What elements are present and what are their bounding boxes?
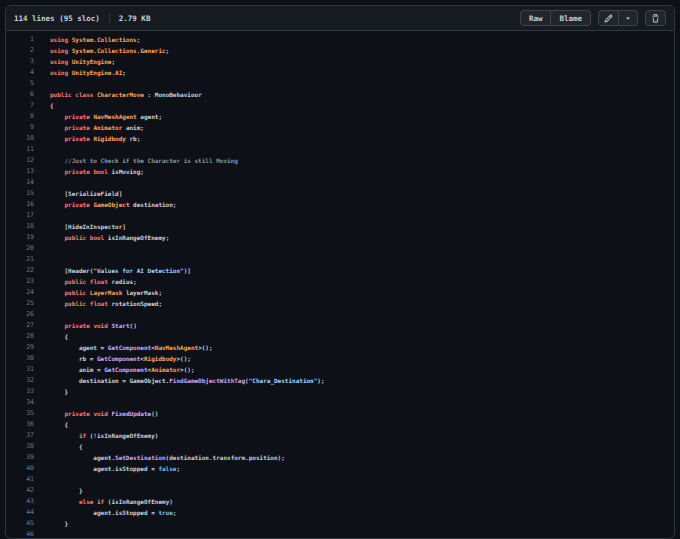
line-number[interactable]: 13 (6, 166, 34, 177)
code-line: 7{ (6, 100, 674, 111)
line-code: { (50, 331, 68, 342)
line-code: private NavMeshAgent agent; (50, 111, 162, 122)
line-code: anim = GetComponent<Animator>(); (50, 364, 195, 375)
line-number[interactable]: 28 (6, 331, 34, 342)
line-number[interactable]: 35 (6, 408, 34, 419)
line-code: destination = GameObject.FindGameObjectW… (50, 375, 325, 386)
line-code: using System.Collections; (50, 34, 140, 45)
line-code: using System.Collections.Generic; (50, 45, 169, 56)
code-line: 26 (6, 309, 674, 320)
line-number[interactable]: 34 (6, 397, 34, 408)
line-code: } (50, 386, 68, 397)
code-line: 39 agent.SetDestination(destination.tran… (6, 452, 674, 463)
line-number[interactable]: 10 (6, 133, 34, 144)
line-number[interactable]: 9 (6, 122, 34, 133)
line-number[interactable]: 25 (6, 298, 34, 309)
code-line: 10 private Rigidbody rb; (6, 133, 674, 144)
line-code: public float rotationSpeed; (50, 298, 162, 309)
line-code: rb = GetComponent<Rigidbody>(); (50, 353, 191, 364)
code-line: 3using UnityEngine; (6, 56, 674, 67)
line-code: { (50, 441, 83, 452)
line-code: agent.SetDestination(destination.transfo… (50, 452, 285, 463)
blame-button[interactable]: Blame (551, 10, 591, 26)
line-number[interactable]: 39 (6, 452, 34, 463)
code-line: 35 private void FixedUpdate() (6, 408, 674, 419)
line-code: agent.isStopped = false; (50, 463, 180, 474)
line-number[interactable]: 37 (6, 430, 34, 441)
line-code: public bool isInRangeOfEnemy; (50, 232, 169, 243)
line-code: private bool isMoving; (50, 166, 144, 177)
code-line: 24 public LayerMask layerMask; (6, 287, 674, 298)
code-line: 11 (6, 144, 674, 155)
edit-button[interactable] (598, 10, 619, 26)
line-number[interactable]: 30 (6, 353, 34, 364)
line-code: private void Start() (50, 320, 137, 331)
code-line: 25 public float rotationSpeed; (6, 298, 674, 309)
code-line: 38 { (6, 441, 674, 452)
line-number[interactable]: 16 (6, 199, 34, 210)
code-line: 41 (6, 474, 674, 485)
code-line: 4using UnityEngine.AI; (6, 67, 674, 78)
code-line: 1using System.Collections; (6, 34, 674, 45)
line-number[interactable]: 15 (6, 188, 34, 199)
code-line: 12 //Just to Check if the Character is s… (6, 155, 674, 166)
line-number[interactable]: 7 (6, 100, 34, 111)
code-line: 42 } (6, 485, 674, 496)
file-header: 114 lines (95 sloc) 2.79 KB Raw Blame (6, 6, 674, 31)
line-number[interactable]: 33 (6, 386, 34, 397)
line-number[interactable]: 11 (6, 144, 34, 155)
line-number[interactable]: 2 (6, 45, 34, 56)
line-code: if (!isInRangeOfEnemy) (50, 430, 158, 441)
line-number[interactable]: 31 (6, 364, 34, 375)
code-line: 9 private Animator anim; (6, 122, 674, 133)
line-number[interactable]: 41 (6, 474, 34, 485)
line-code: private GameObject destination; (50, 199, 176, 210)
line-code: private Rigidbody rb; (50, 133, 140, 144)
line-number[interactable]: 20 (6, 243, 34, 254)
edit-dropdown-button[interactable] (619, 10, 638, 26)
code-line: 28 { (6, 331, 674, 342)
line-number[interactable]: 23 (6, 276, 34, 287)
line-number[interactable]: 19 (6, 232, 34, 243)
line-number[interactable]: 1 (6, 34, 34, 45)
chevron-down-icon (624, 14, 632, 22)
line-number[interactable]: 5 (6, 78, 34, 89)
file-size: 2.79 KB (119, 14, 151, 23)
delete-file-button[interactable] (645, 10, 666, 26)
line-number[interactable]: 44 (6, 507, 34, 518)
line-code: [HideInInspector] (50, 221, 126, 232)
line-number[interactable]: 21 (6, 254, 34, 265)
line-code: agent = GetComponent<NavMeshAgent>(); (50, 342, 213, 353)
line-number[interactable]: 36 (6, 419, 34, 430)
line-number[interactable]: 43 (6, 496, 34, 507)
line-number[interactable]: 12 (6, 155, 34, 166)
line-number[interactable]: 38 (6, 441, 34, 452)
code-line: 45 } (6, 518, 674, 529)
code-line: 13 private bool isMoving; (6, 166, 674, 177)
line-number[interactable]: 27 (6, 320, 34, 331)
trash-icon (651, 14, 660, 23)
line-number[interactable]: 17 (6, 210, 34, 221)
line-number[interactable]: 6 (6, 89, 34, 100)
line-number[interactable]: 3 (6, 56, 34, 67)
line-number[interactable]: 24 (6, 287, 34, 298)
line-number[interactable]: 14 (6, 177, 34, 188)
line-number[interactable]: 40 (6, 463, 34, 474)
raw-blame-button-group: Raw Blame (520, 10, 591, 26)
line-number[interactable]: 45 (6, 518, 34, 529)
line-number[interactable]: 46 (6, 529, 34, 539)
line-number[interactable]: 32 (6, 375, 34, 386)
raw-button[interactable]: Raw (520, 10, 552, 26)
line-number[interactable]: 42 (6, 485, 34, 496)
code-line: 46 (6, 529, 674, 539)
line-number[interactable]: 4 (6, 67, 34, 78)
line-number[interactable]: 29 (6, 342, 34, 353)
code-line: 27 private void Start() (6, 320, 674, 331)
line-number[interactable]: 8 (6, 111, 34, 122)
line-number[interactable]: 18 (6, 221, 34, 232)
line-number[interactable]: 26 (6, 309, 34, 320)
line-number[interactable]: 22 (6, 265, 34, 276)
code-line: 36 { (6, 419, 674, 430)
line-code: [SerializeField] (50, 188, 122, 199)
edit-button-group (598, 10, 638, 26)
